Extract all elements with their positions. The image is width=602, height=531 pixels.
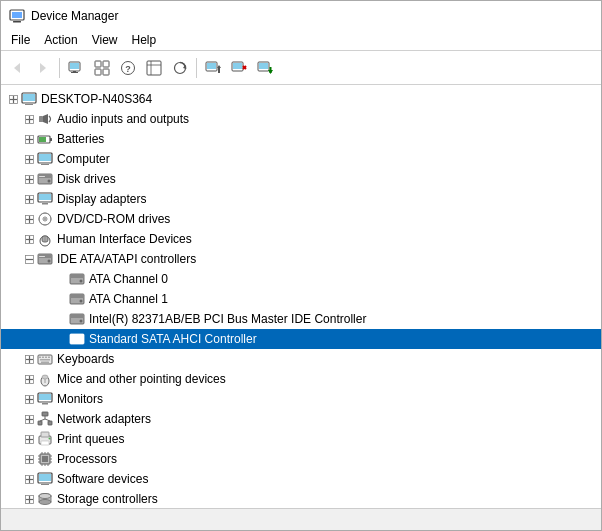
toolbar: ? — [1, 51, 601, 85]
computer-name: DESKTOP-N40S364 — [41, 92, 152, 106]
computer-label: Computer — [57, 152, 110, 166]
tree-item-dvd[interactable]: DVD/CD-ROM drives — [1, 209, 601, 229]
tree-item-mice[interactable]: Mice and other pointing devices — [1, 369, 601, 389]
svg-rect-91 — [70, 274, 84, 278]
svg-rect-42 — [39, 116, 43, 122]
svg-rect-2 — [12, 12, 22, 18]
menu-bar: File Action View Help — [1, 29, 601, 51]
tree-item-keyboards[interactable]: Keyboards — [1, 349, 601, 369]
back-button[interactable] — [5, 56, 29, 80]
forward-button[interactable] — [31, 56, 55, 80]
display-icon — [37, 191, 53, 207]
svg-rect-63 — [39, 176, 45, 177]
svg-point-62 — [48, 180, 51, 183]
svg-marker-31 — [268, 70, 273, 74]
svg-rect-145 — [42, 456, 48, 462]
monitors-label: Monitors — [57, 392, 103, 406]
ata1-label: ATA Channel 1 — [89, 292, 168, 306]
menu-file[interactable]: File — [5, 31, 36, 49]
batteries-label: Batteries — [57, 132, 104, 146]
tree-item-storage[interactable]: Storage controllers — [1, 489, 601, 508]
batteries-expand[interactable] — [21, 131, 37, 147]
tree-item-ata1[interactable]: ATA Channel 1 — [1, 289, 601, 309]
dvd-expand[interactable] — [21, 211, 37, 227]
diskdrives-label: Disk drives — [57, 172, 116, 186]
svg-marker-43 — [43, 114, 48, 124]
svg-rect-164 — [40, 483, 50, 484]
svg-rect-15 — [147, 61, 161, 75]
software-label: Software devices — [57, 472, 148, 486]
svg-marker-23 — [217, 65, 221, 68]
tree-item-intel[interactable]: Intel(R) 82371AB/EB PCI Bus Master IDE C… — [1, 309, 601, 329]
keyboards-expand[interactable] — [21, 351, 37, 367]
display-expand[interactable] — [21, 191, 37, 207]
print-expand[interactable] — [21, 431, 37, 447]
software-expand[interactable] — [21, 471, 37, 487]
processor-icon — [37, 451, 53, 467]
network-expand[interactable] — [21, 411, 37, 427]
tree-item-software[interactable]: Software devices — [1, 469, 601, 489]
tree-item-network[interactable]: Network adapters — [1, 409, 601, 429]
menu-action[interactable]: Action — [38, 31, 83, 49]
tree-item-batteries[interactable]: Batteries — [1, 129, 601, 149]
tree-item-display[interactable]: Display adapters — [1, 189, 601, 209]
processors-expand[interactable] — [21, 451, 37, 467]
ide-expand[interactable] — [21, 251, 37, 267]
device-list-button[interactable] — [90, 56, 114, 80]
diskdrives-expand[interactable] — [21, 171, 37, 187]
tree-item-print[interactable]: Print queues — [1, 429, 601, 449]
tree-item-sata[interactable]: Standard SATA AHCI Controller — [1, 329, 601, 349]
mice-expand[interactable] — [21, 371, 37, 387]
svg-rect-97 — [70, 314, 84, 318]
update-driver-button[interactable] — [201, 56, 225, 80]
svg-rect-89 — [39, 256, 45, 257]
tree-item-audio[interactable]: Audio inputs and outputs — [1, 109, 601, 129]
keyboard-icon — [37, 351, 53, 367]
audio-expand[interactable] — [21, 111, 37, 127]
window-title: Device Manager — [31, 9, 118, 23]
app-icon — [9, 8, 25, 24]
svg-rect-38 — [24, 103, 34, 104]
svg-rect-22 — [218, 68, 220, 73]
tree-item-computer[interactable]: Computer — [1, 149, 601, 169]
resources-button[interactable] — [142, 56, 166, 80]
computer-icon — [21, 91, 37, 107]
dvd-icon — [37, 211, 53, 227]
menu-help[interactable]: Help — [126, 31, 163, 49]
tree-root[interactable]: DESKTOP-N40S364 — [1, 89, 601, 109]
hid-expand[interactable] — [21, 231, 37, 247]
svg-line-132 — [40, 419, 45, 421]
svg-rect-36 — [23, 94, 35, 101]
tree-item-ide[interactable]: IDE ATA/ATAPI controllers — [1, 249, 601, 269]
tree-item-diskdrives[interactable]: Disk drives — [1, 169, 601, 189]
processors-label: Processors — [57, 452, 117, 466]
ata0-icon — [69, 271, 85, 287]
help-button[interactable]: ? — [116, 56, 140, 80]
menu-view[interactable]: View — [86, 31, 124, 49]
svg-rect-106 — [39, 357, 41, 359]
svg-rect-107 — [42, 357, 44, 359]
monitors-expand[interactable] — [21, 391, 37, 407]
svg-rect-110 — [40, 359, 50, 361]
tree-item-monitors[interactable]: Monitors — [1, 389, 601, 409]
toolbar-sep-1 — [59, 58, 60, 78]
scan-button[interactable] — [168, 56, 192, 80]
svg-rect-139 — [41, 441, 49, 445]
install-button[interactable] — [253, 56, 277, 80]
computer-properties-button[interactable] — [64, 56, 88, 80]
uninstall-button[interactable] — [227, 56, 251, 80]
svg-rect-9 — [95, 61, 101, 67]
sata-label: Standard SATA AHCI Controller — [89, 332, 257, 346]
tree-item-processors[interactable]: Processors — [1, 449, 601, 469]
tree-item-hid[interactable]: Human Interface Devices — [1, 229, 601, 249]
keyboards-label: Keyboards — [57, 352, 114, 366]
svg-rect-138 — [41, 432, 49, 437]
computer-expand[interactable] — [21, 151, 37, 167]
root-expand[interactable] — [5, 91, 21, 107]
tree-item-ata0[interactable]: ATA Channel 0 — [1, 269, 601, 289]
storage-expand[interactable] — [21, 491, 37, 507]
svg-rect-11 — [95, 69, 101, 75]
ata1-icon — [69, 291, 85, 307]
svg-rect-70 — [41, 202, 49, 203]
svg-rect-109 — [48, 357, 50, 359]
